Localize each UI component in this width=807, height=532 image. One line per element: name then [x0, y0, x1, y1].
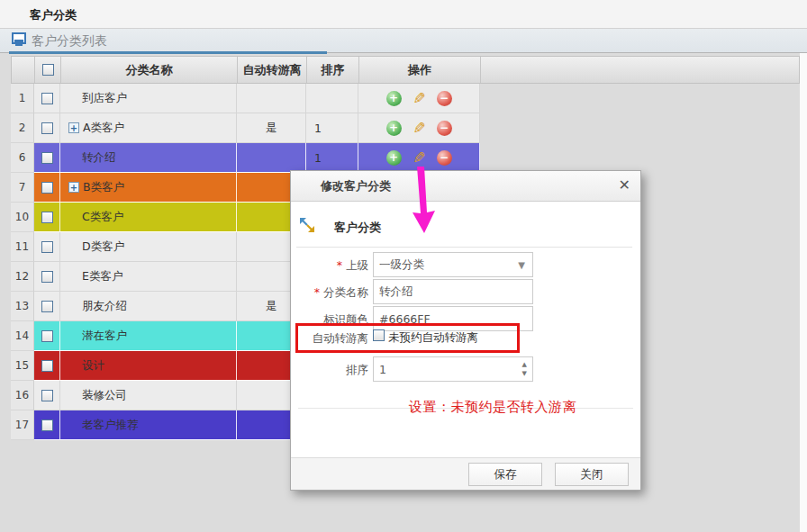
operations-cell: +✎− [358, 84, 480, 113]
category-name-cell: D类客户 [60, 232, 237, 262]
delete-icon[interactable]: − [437, 91, 452, 106]
header-row-number [12, 57, 35, 83]
parent-select[interactable]: 一级分类 ▼ [373, 252, 533, 277]
row-checkbox[interactable] [41, 182, 53, 194]
row-checkbox[interactable] [41, 390, 53, 401]
row-number-cell: 6 [11, 143, 34, 173]
row-checkbox-cell [34, 351, 60, 381]
sort-cell [306, 84, 358, 113]
row-checkbox[interactable] [41, 212, 53, 223]
close-button[interactable]: 关闭 [555, 463, 629, 486]
category-name-cell: +A类客户 [60, 113, 237, 143]
edit-pencil-icon[interactable]: ✎ [412, 121, 427, 136]
save-button[interactable]: 保存 [468, 463, 542, 486]
row-checkbox-cell [34, 203, 60, 232]
category-name-label: D类客户 [82, 239, 124, 255]
category-name-label: A类客户 [83, 121, 124, 136]
row-checkbox[interactable] [41, 122, 53, 134]
row-checkbox[interactable] [41, 152, 53, 164]
header-select-all [35, 57, 61, 83]
expand-icon[interactable]: + [68, 122, 79, 133]
auto-transfer-option-label: 未预约自动转游离 [388, 330, 478, 346]
sort-value: 1 [379, 363, 386, 376]
spinner-down-icon[interactable]: ▼ [522, 371, 527, 377]
auto-transfer-cell: 是 [237, 113, 306, 143]
table-row: 6转介绍1+✎− [11, 143, 480, 173]
row-checkbox[interactable] [41, 360, 53, 372]
row-checkbox[interactable] [41, 271, 53, 283]
category-name-cell: 装修公司 [60, 381, 237, 410]
auto-transfer-checkbox[interactable] [373, 329, 385, 341]
edit-category-dialog: 修改客户分类 ✕ 客户分类 上级 一级分类 ▼ 分类名称 标识颜色 [290, 170, 641, 491]
active-panel-underline [9, 51, 327, 54]
row-number-cell: 10 [11, 203, 34, 232]
table-row: 1到店客户+✎− [11, 84, 480, 113]
section-arrows-icon [299, 217, 315, 233]
spinner-up-icon[interactable]: ▲ [522, 362, 527, 368]
operations-cell: +✎− [358, 143, 480, 173]
row-number-cell: 16 [11, 381, 34, 410]
parent-label: 上级 [291, 258, 368, 274]
row-checkbox-cell [34, 143, 60, 173]
field-name: 分类名称 [291, 279, 640, 304]
add-icon[interactable]: + [386, 150, 402, 166]
row-number-cell: 7 [11, 173, 34, 203]
edit-pencil-icon[interactable]: ✎ [412, 150, 427, 166]
row-checkbox-cell [34, 321, 60, 351]
chevron-down-icon: ▼ [518, 260, 525, 270]
category-name-cell: 朋友介绍 [60, 292, 237, 321]
category-name-cell: 转介绍 [60, 143, 237, 173]
dialog-title: 修改客户分类 [321, 178, 391, 194]
category-name-label: 潜在客户 [82, 329, 127, 344]
top-tab-bar: 客户分类 [0, 0, 807, 29]
header-auto-transfer: 自动转游离 [238, 57, 307, 83]
category-name-input[interactable] [373, 279, 533, 304]
list-panel-icon [12, 32, 27, 48]
sort-cell: 1 [306, 143, 358, 173]
sort-cell: 1 [306, 113, 358, 143]
row-checkbox[interactable] [41, 419, 53, 431]
category-name-cell: +B类客户 [60, 173, 237, 203]
category-name-label: 装修公司 [82, 388, 127, 403]
edit-pencil-icon[interactable]: ✎ [412, 91, 427, 106]
delete-icon[interactable]: − [437, 121, 452, 136]
row-number-cell: 14 [11, 321, 34, 351]
app-window: 客户分类 客户分类列表 分类名称 自动转游离 排序 操作 1到店客户+✎−2+A… [0, 0, 807, 532]
row-checkbox-cell [34, 381, 60, 410]
delete-icon[interactable]: − [437, 150, 452, 166]
row-checkbox-cell [34, 262, 60, 292]
header-operations: 操作 [359, 57, 481, 83]
operations-cell: +✎− [358, 113, 480, 143]
field-parent: 上级 一级分类 ▼ [291, 252, 640, 277]
category-name-cell: C类客户 [60, 203, 237, 232]
row-number-cell: 2 [11, 113, 34, 143]
parent-select-value: 一级分类 [379, 257, 424, 273]
category-name-label: 到店客户 [82, 91, 127, 106]
row-checkbox[interactable] [41, 93, 53, 104]
row-checkbox-cell [34, 84, 60, 113]
add-icon[interactable]: + [386, 121, 402, 136]
select-all-checkbox[interactable] [42, 64, 54, 76]
color-label: 标识颜色 [291, 312, 368, 328]
tab-customer-category[interactable]: 客户分类 [30, 7, 77, 23]
category-name-label: 朋友介绍 [82, 299, 127, 314]
header-sort: 排序 [307, 57, 359, 83]
row-checkbox[interactable] [41, 301, 53, 312]
category-name-cell: 设计 [60, 351, 237, 381]
row-number-cell: 13 [11, 292, 34, 321]
table-row: 2+A类客户是1+✎− [11, 113, 480, 143]
row-number-cell: 12 [11, 262, 34, 292]
field-auto-transfer: 自动转游离 未预约自动转游离 [291, 328, 640, 347]
sort-spinner[interactable]: 1 ▲ ▼ [373, 356, 533, 382]
expand-icon[interactable]: + [68, 182, 79, 193]
row-checkbox[interactable] [41, 330, 53, 342]
auto-transfer-cell [237, 143, 306, 173]
row-checkbox[interactable] [41, 241, 53, 253]
header-category-name: 分类名称 [61, 57, 238, 83]
close-icon[interactable]: ✕ [619, 176, 630, 194]
add-icon[interactable]: + [386, 91, 402, 106]
scrollbar-track[interactable] [800, 53, 807, 532]
category-name-label: 老客户推荐 [82, 418, 139, 433]
row-checkbox-cell [34, 292, 60, 321]
row-number-cell: 1 [11, 84, 34, 113]
